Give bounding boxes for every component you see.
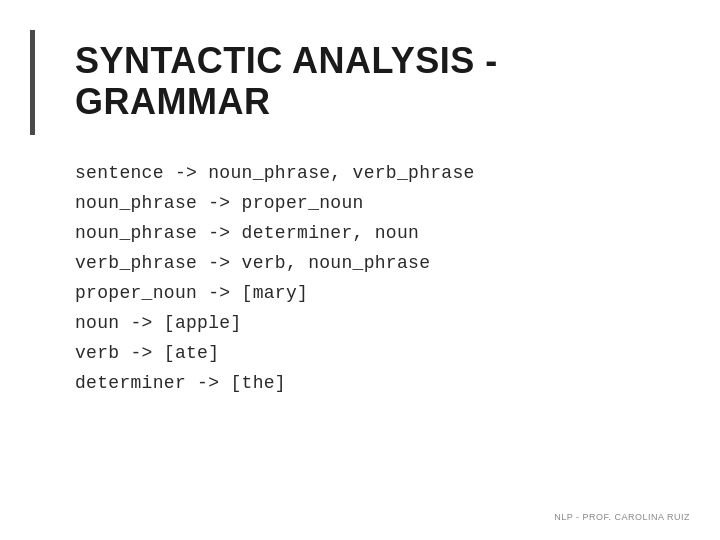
title-block: SYNTACTIC ANALYSIS - GRAMMAR [75, 40, 660, 123]
grammar-rules-list: sentence -> noun_phrase, verb_phrase nou… [75, 163, 660, 393]
rule-5: proper_noun -> [mary] [75, 283, 660, 303]
footer-credit: NLP - PROF. CAROLINA RUIZ [554, 512, 690, 522]
rule-4: verb_phrase -> verb, noun_phrase [75, 253, 660, 273]
rule-1: sentence -> noun_phrase, verb_phrase [75, 163, 660, 183]
left-bar-decoration [30, 30, 35, 135]
rule-7: verb -> [ate] [75, 343, 660, 363]
rule-6: noun -> [apple] [75, 313, 660, 333]
slide-container: SYNTACTIC ANALYSIS - GRAMMAR sentence ->… [0, 0, 720, 540]
title-line2: GRAMMAR [75, 81, 270, 122]
rule-8: determiner -> [the] [75, 373, 660, 393]
title-line1: SYNTACTIC ANALYSIS - [75, 40, 498, 81]
rule-3: noun_phrase -> determiner, noun [75, 223, 660, 243]
rule-2: noun_phrase -> proper_noun [75, 193, 660, 213]
slide-title: SYNTACTIC ANALYSIS - GRAMMAR [75, 40, 660, 123]
